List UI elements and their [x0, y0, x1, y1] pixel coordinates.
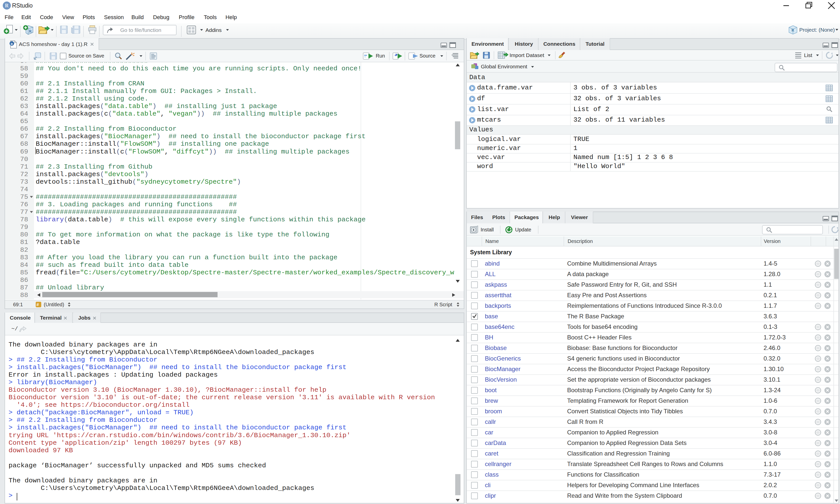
svg-text:R: R	[29, 29, 32, 33]
svg-text:R: R	[5, 3, 9, 8]
svg-text:R: R	[11, 42, 13, 46]
svg-text:R: R	[791, 28, 794, 32]
